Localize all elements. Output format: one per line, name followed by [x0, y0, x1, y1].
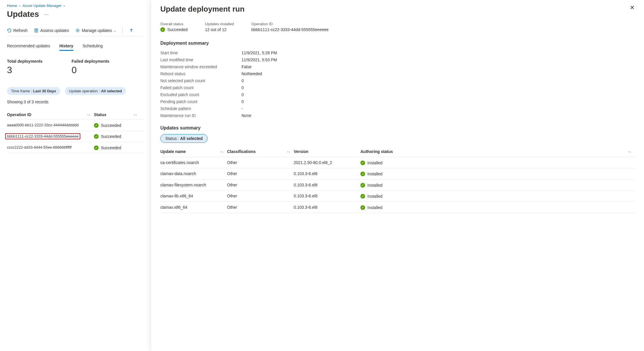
table-row[interactable]: ca-certificates.noarchOther2021.2.50-80.…	[160, 157, 635, 168]
updates-grid-header: Update name ↑↓ Classifications ↑↓ Versio…	[160, 146, 635, 157]
breadcrumb-manager[interactable]: Azure Update Manager	[23, 3, 61, 8]
breadcrumb-home[interactable]: Home	[7, 3, 17, 8]
sort-icon: ↑↓	[134, 113, 137, 116]
col-status[interactable]: Status ↑↓	[94, 112, 140, 117]
summary-label: Pending patch count	[160, 99, 242, 104]
summary-value: NotNeeded	[242, 71, 262, 76]
success-icon	[360, 183, 365, 188]
ov-status-value: Succeeded	[167, 27, 188, 32]
summary-value: 11/9/2021, 5:28 PM	[242, 51, 277, 55]
update-operation-filter[interactable]: Update operation : All selected	[65, 87, 126, 95]
success-icon	[94, 123, 99, 128]
summary-row: Failed patch count0	[160, 84, 635, 91]
stat-failed: Failed deployments 0	[72, 59, 110, 75]
col-operation-id[interactable]: Operation ID ↑↓	[7, 112, 94, 117]
assess-label: Assess updates	[40, 28, 69, 33]
summary-table: Start time11/9/2021, 5:28 PMLast modifie…	[160, 49, 635, 119]
success-icon	[360, 161, 365, 165]
refresh-button[interactable]: Refresh	[7, 28, 28, 33]
tabs: Recommended updates History Scheduling	[7, 44, 144, 51]
col-auth-label: Authoring status	[360, 149, 393, 154]
tab-history[interactable]: History	[59, 44, 73, 51]
status-filter-pill[interactable]: Status : All selected	[160, 134, 208, 143]
summary-label: Start time	[160, 51, 242, 55]
chevron-down-icon: ⌄	[114, 29, 116, 32]
cell-version: 0.103.3-8.el8	[294, 183, 360, 187]
close-button[interactable]: ✕	[630, 5, 635, 10]
summary-value: None	[242, 113, 251, 118]
summary-label: Excluded patch count	[160, 92, 242, 97]
cell-version: 0.103.3-8.el8	[294, 205, 360, 210]
refresh-icon	[7, 28, 12, 33]
cell-authoring-status: Installed	[360, 171, 635, 177]
table-row[interactable]: clamav.x86_64Other0.103.3-8.el8Installed	[160, 202, 635, 213]
history-grid-header: Operation ID ↑↓ Status ↑↓	[7, 110, 144, 120]
summary-value: 11/9/2021, 5:53 PM	[242, 57, 277, 62]
summary-row: Maintenance window exceededFalse	[160, 63, 635, 70]
summary-row: Excluded patch count0	[160, 91, 635, 98]
cell-update-name: clamav-lib.x86_64	[160, 194, 227, 198]
summary-label: Last modified time	[160, 57, 242, 62]
cell-update-name: ca-certificates.noarch	[160, 160, 227, 165]
tab-scheduling[interactable]: Scheduling	[83, 44, 103, 51]
left-pane: Home › Azure Update Manager › Updates ⋯ …	[0, 0, 151, 351]
summary-value: 0	[242, 85, 244, 90]
filter-pills: Time frame : Last 30 Days Update operati…	[7, 87, 144, 95]
stat-failed-label: Failed deployments	[72, 59, 110, 64]
summary-label: Maintenance run ID	[160, 113, 242, 118]
summary-row: Pending patch count0	[160, 98, 635, 105]
tab-recommended[interactable]: Recommended updates	[7, 44, 50, 51]
table-row[interactable]: cccc2222-dd33-4444-55ee-666666ffffffSucc…	[7, 142, 144, 153]
stat-failed-value: 0	[72, 65, 110, 75]
status-filter-value: All selected	[180, 136, 203, 141]
breadcrumb: Home › Azure Update Manager ›	[7, 3, 144, 8]
table-row[interactable]: clamav-lib.x86_64Other0.103.3-8.el8Insta…	[160, 191, 635, 202]
manage-updates-button[interactable]: Manage updates ⌄	[75, 28, 116, 33]
cell-operation-id: cccc2222-dd33-4444-55ee-666666ffffff	[7, 145, 94, 150]
manage-label: Manage updates	[82, 28, 112, 33]
sort-icon: ↑↓	[287, 150, 290, 153]
cell-version: 0.103.3-8.el8	[294, 171, 360, 176]
time-frame-filter[interactable]: Time frame : Last 30 Days	[7, 87, 60, 95]
cell-classification: Other	[227, 194, 294, 198]
records-count: Showing 3 of 3 records	[7, 100, 144, 104]
summary-value: 0	[242, 92, 244, 97]
success-icon	[94, 145, 99, 150]
summary-label: Failed patch count	[160, 85, 242, 90]
col-op-label: Operation ID	[7, 112, 31, 117]
summary-row: Schedule pattern-	[160, 105, 635, 112]
cell-status: Succeeded	[94, 134, 140, 139]
col-update-name[interactable]: Update name ↑↓	[160, 149, 227, 154]
success-icon	[94, 134, 99, 139]
ov-status-label: Overall status	[160, 22, 188, 26]
sort-icon: ↑↓	[220, 150, 224, 153]
table-row[interactable]: clamav-data.noarchOther0.103.3-8.el8Inst…	[160, 168, 635, 180]
assess-updates-button[interactable]: Assess updates	[34, 28, 69, 33]
col-classifications[interactable]: Classifications ↑↓	[227, 149, 294, 154]
cell-authoring-status: Installed	[360, 182, 635, 188]
table-row[interactable]: bbbb1111-cc22-3333-44dd-555555eeeeeeSucc…	[7, 131, 144, 142]
stat-total-label: Total deployments	[7, 59, 43, 64]
updates-summary-title: Updates summary	[160, 125, 635, 131]
summary-label: Maintenance window exceeded	[160, 64, 242, 69]
history-grid-body: aaaa0000-bb11-2222-33cc-444444ddddddSucc…	[7, 120, 144, 153]
summary-row: Maintenance run IDNone	[160, 112, 635, 119]
detail-pane: Update deployment run ✕ Overall status S…	[151, 0, 644, 351]
more-actions-button[interactable]: ⋯	[43, 11, 49, 17]
upload-button[interactable]	[129, 28, 134, 33]
updates-grid-body: ca-certificates.noarchOther2021.2.50-80.…	[160, 157, 635, 213]
cell-operation-id: aaaa0000-bb11-2222-33cc-444444dddddd	[7, 123, 94, 127]
cell-operation-id: bbbb1111-cc22-3333-44dd-555555eeeeee	[7, 134, 94, 138]
success-icon	[360, 194, 365, 199]
summary-row: Not selected patch count0	[160, 77, 635, 84]
tf-value: Last 30 Days	[33, 89, 56, 93]
col-class-label: Classifications	[227, 149, 256, 154]
clipboard-icon	[34, 28, 39, 33]
col-authoring-status[interactable]: Authoring status ↑↓	[360, 149, 635, 154]
table-row[interactable]: clamav-filesystem.noarchOther0.103.3-8.e…	[160, 179, 635, 191]
success-icon	[360, 205, 365, 210]
cell-classification: Other	[227, 205, 294, 210]
table-row[interactable]: aaaa0000-bb11-2222-33cc-444444ddddddSucc…	[7, 120, 144, 131]
cell-status: Succeeded	[94, 123, 140, 128]
col-version[interactable]: Version	[294, 149, 360, 154]
